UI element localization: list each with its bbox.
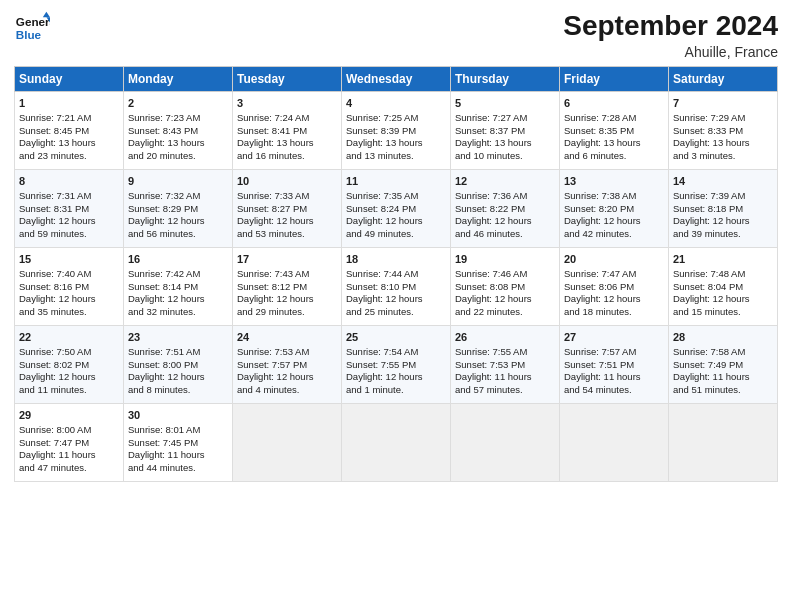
day-info-line: Daylight: 13 hours <box>237 137 337 150</box>
day-info-line: Sunrise: 7:33 AM <box>237 190 337 203</box>
day-info-line: Sunrise: 7:48 AM <box>673 268 773 281</box>
day-info-line: Sunrise: 7:31 AM <box>19 190 119 203</box>
day-number: 29 <box>19 408 119 423</box>
day-info-line: Sunset: 8:27 PM <box>237 203 337 216</box>
day-info-line: and 44 minutes. <box>128 462 228 475</box>
day-number: 21 <box>673 252 773 267</box>
day-number: 26 <box>455 330 555 345</box>
header-row: SundayMondayTuesdayWednesdayThursdayFrid… <box>15 67 778 92</box>
day-number: 18 <box>346 252 446 267</box>
calendar-cell: 24Sunrise: 7:53 AMSunset: 7:57 PMDayligh… <box>233 326 342 404</box>
calendar-cell: 17Sunrise: 7:43 AMSunset: 8:12 PMDayligh… <box>233 248 342 326</box>
day-info-line: Daylight: 12 hours <box>564 215 664 228</box>
day-info-line: Daylight: 11 hours <box>19 449 119 462</box>
day-number: 6 <box>564 96 664 111</box>
day-number: 19 <box>455 252 555 267</box>
day-info-line: Daylight: 11 hours <box>673 371 773 384</box>
day-info-line: Daylight: 12 hours <box>673 293 773 306</box>
day-number: 12 <box>455 174 555 189</box>
day-number: 23 <box>128 330 228 345</box>
day-info-line: Sunset: 8:24 PM <box>346 203 446 216</box>
day-number: 2 <box>128 96 228 111</box>
calendar-week-row: 15Sunrise: 7:40 AMSunset: 8:16 PMDayligh… <box>15 248 778 326</box>
day-info-line: Sunrise: 8:00 AM <box>19 424 119 437</box>
day-info-line: Sunrise: 7:50 AM <box>19 346 119 359</box>
day-info-line: Sunset: 8:20 PM <box>564 203 664 216</box>
day-info-line: Daylight: 12 hours <box>346 293 446 306</box>
day-number: 22 <box>19 330 119 345</box>
calendar-cell: 2Sunrise: 7:23 AMSunset: 8:43 PMDaylight… <box>124 92 233 170</box>
day-info-line: Daylight: 12 hours <box>455 215 555 228</box>
svg-text:Blue: Blue <box>16 28 42 41</box>
calendar-cell: 7Sunrise: 7:29 AMSunset: 8:33 PMDaylight… <box>669 92 778 170</box>
day-info-line: Sunset: 8:22 PM <box>455 203 555 216</box>
day-info-line: and 16 minutes. <box>237 150 337 163</box>
day-info-line: and 22 minutes. <box>455 306 555 319</box>
day-info-line: and 25 minutes. <box>346 306 446 319</box>
calendar-cell: 28Sunrise: 7:58 AMSunset: 7:49 PMDayligh… <box>669 326 778 404</box>
day-info-line: Sunset: 8:31 PM <box>19 203 119 216</box>
calendar-cell: 5Sunrise: 7:27 AMSunset: 8:37 PMDaylight… <box>451 92 560 170</box>
calendar-cell: 18Sunrise: 7:44 AMSunset: 8:10 PMDayligh… <box>342 248 451 326</box>
calendar-cell: 9Sunrise: 7:32 AMSunset: 8:29 PMDaylight… <box>124 170 233 248</box>
day-info-line: Daylight: 13 hours <box>455 137 555 150</box>
day-info-line: Daylight: 12 hours <box>19 293 119 306</box>
calendar-cell: 23Sunrise: 7:51 AMSunset: 8:00 PMDayligh… <box>124 326 233 404</box>
day-info-line: Sunset: 8:00 PM <box>128 359 228 372</box>
day-info-line: and 57 minutes. <box>455 384 555 397</box>
day-info-line: and 20 minutes. <box>128 150 228 163</box>
day-info-line: Daylight: 13 hours <box>346 137 446 150</box>
day-number: 1 <box>19 96 119 111</box>
day-info-line: Sunrise: 7:53 AM <box>237 346 337 359</box>
weekday-header: Tuesday <box>233 67 342 92</box>
month-title: September 2024 <box>563 10 778 42</box>
day-info-line: Sunrise: 8:01 AM <box>128 424 228 437</box>
page-container: General Blue September 2024 Ahuille, Fra… <box>0 0 792 492</box>
day-info-line: and 51 minutes. <box>673 384 773 397</box>
day-info-line: Sunset: 7:51 PM <box>564 359 664 372</box>
calendar-cell: 8Sunrise: 7:31 AMSunset: 8:31 PMDaylight… <box>15 170 124 248</box>
logo: General Blue <box>14 10 50 46</box>
day-info-line: Sunset: 8:43 PM <box>128 125 228 138</box>
day-info-line: Sunset: 8:37 PM <box>455 125 555 138</box>
day-info-line: Sunrise: 7:35 AM <box>346 190 446 203</box>
day-number: 13 <box>564 174 664 189</box>
day-number: 14 <box>673 174 773 189</box>
calendar-cell: 1Sunrise: 7:21 AMSunset: 8:45 PMDaylight… <box>15 92 124 170</box>
title-block: September 2024 Ahuille, France <box>563 10 778 60</box>
calendar-cell: 14Sunrise: 7:39 AMSunset: 8:18 PMDayligh… <box>669 170 778 248</box>
day-info-line: Daylight: 12 hours <box>564 293 664 306</box>
weekday-header: Wednesday <box>342 67 451 92</box>
day-info-line: Sunrise: 7:21 AM <box>19 112 119 125</box>
day-info-line: Daylight: 12 hours <box>237 371 337 384</box>
day-number: 25 <box>346 330 446 345</box>
calendar-week-row: 29Sunrise: 8:00 AMSunset: 7:47 PMDayligh… <box>15 404 778 482</box>
day-number: 30 <box>128 408 228 423</box>
calendar-cell <box>560 404 669 482</box>
day-info-line: and 11 minutes. <box>19 384 119 397</box>
weekday-header: Sunday <box>15 67 124 92</box>
calendar-week-row: 1Sunrise: 7:21 AMSunset: 8:45 PMDaylight… <box>15 92 778 170</box>
calendar-cell: 16Sunrise: 7:42 AMSunset: 8:14 PMDayligh… <box>124 248 233 326</box>
day-number: 8 <box>19 174 119 189</box>
day-info-line: and 42 minutes. <box>564 228 664 241</box>
day-info-line: Sunset: 8:12 PM <box>237 281 337 294</box>
calendar-cell <box>233 404 342 482</box>
day-info-line: and 3 minutes. <box>673 150 773 163</box>
calendar-cell: 25Sunrise: 7:54 AMSunset: 7:55 PMDayligh… <box>342 326 451 404</box>
day-info-line: Daylight: 11 hours <box>564 371 664 384</box>
day-info-line: Sunrise: 7:44 AM <box>346 268 446 281</box>
day-info-line: Sunrise: 7:46 AM <box>455 268 555 281</box>
day-info-line: and 54 minutes. <box>564 384 664 397</box>
day-info-line: Sunrise: 7:47 AM <box>564 268 664 281</box>
day-info-line: and 56 minutes. <box>128 228 228 241</box>
day-info-line: and 59 minutes. <box>19 228 119 241</box>
day-info-line: Sunset: 8:39 PM <box>346 125 446 138</box>
day-info-line: and 35 minutes. <box>19 306 119 319</box>
day-number: 15 <box>19 252 119 267</box>
day-info-line: and 46 minutes. <box>455 228 555 241</box>
day-info-line: and 4 minutes. <box>237 384 337 397</box>
day-info-line: Daylight: 11 hours <box>455 371 555 384</box>
day-info-line: Daylight: 12 hours <box>237 293 337 306</box>
day-info-line: Sunrise: 7:57 AM <box>564 346 664 359</box>
